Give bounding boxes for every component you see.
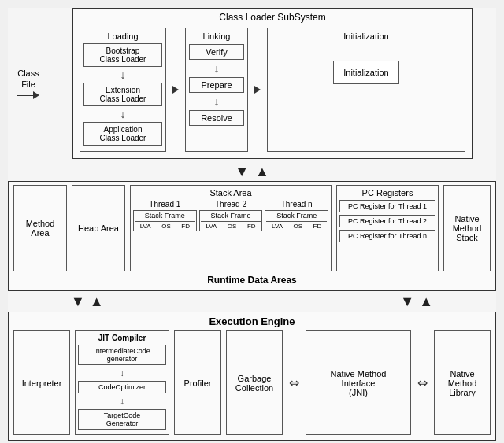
stack-area: Stack Area Thread 1 Stack Frame LVA OS F… [130, 185, 332, 271]
verify-box: Verify [189, 44, 244, 60]
method-area: Method Area [13, 185, 67, 271]
garbage-collection: Garbage Collection [226, 330, 283, 435]
arrow-gc-jni: ⇔ [287, 330, 301, 435]
arrow-down-2: ↓ [83, 109, 162, 120]
pc-reg-2: PC Register for Thread 2 [339, 215, 435, 227]
cls-linking: Linking Verify ↓ Prepare ↓ Resolve [185, 28, 248, 152]
diagram: Class File Class Loader SubSystem Loadin… [8, 8, 496, 441]
init-box: Initialization [333, 61, 398, 84]
thread-1: Thread 1 Stack Frame LVA OS FD [133, 200, 197, 231]
big-arrow-down-1: ▼ [235, 164, 249, 179]
extension-loader: Extension Class Loader [83, 83, 162, 106]
big-arrow-down-right: ▼ [400, 293, 414, 310]
jit-step-3: TargetCode Generator [78, 409, 166, 430]
arrow-to-linking [172, 28, 179, 152]
pc-reg-n: PC Register for Thread n [339, 230, 435, 242]
jit-step-1: IntermediateCode generator [78, 345, 166, 365]
ee-title: Execution Engine [13, 316, 491, 327]
big-arrow-down-left: ▼ [71, 293, 85, 310]
arrow-jni-nml: ⇔ [416, 330, 429, 435]
class-file-label: Class File [8, 68, 49, 100]
native-method-stack: Native Method Stack [443, 185, 491, 271]
heap-area: Heap Area [72, 185, 125, 271]
prepare-box: Prepare [189, 77, 244, 93]
application-loader: Application Class Loader [83, 122, 162, 146]
jit-compiler: JIT Compiler IntermediateCode generator … [75, 330, 169, 435]
interpreter: Interpreter [13, 330, 70, 435]
cls-loading: Loading Bootstrap Class Loader ↓ Extensi… [80, 28, 166, 152]
pc-registers: PC Registers PC Register for Thread 1 PC… [336, 185, 439, 271]
native-method-library: Native Method Library [434, 330, 491, 435]
runtime-data-areas: Method Area Heap Area Stack Area Thread … [8, 181, 496, 291]
stack-frame-2: Stack Frame LVA OS FD [199, 210, 263, 231]
stack-frame-1: Stack Frame LVA OS FD [133, 210, 197, 231]
bootstrap-loader: Bootstrap Class Loader [83, 43, 162, 67]
jni: Native Method Interface (JNI) [306, 330, 411, 435]
big-arrow-up-right: ▲ [419, 293, 433, 310]
arrows-cls-rda: ▼ ▲ [8, 162, 496, 181]
execution-engine: Execution Engine Interpreter JIT Compile… [8, 312, 496, 441]
class-loader-subsystem: Class Loader SubSystem Loading Bootstrap… [72, 8, 472, 159]
cls-title: Class Loader SubSystem [80, 12, 465, 23]
rda-title: Runtime Data Areas [13, 275, 491, 286]
jit-step-2: CodeOptimizer [78, 381, 166, 393]
pc-reg-1: PC Register for Thread 1 [339, 200, 435, 212]
big-arrow-up-1: ▲ [255, 164, 269, 179]
arrows-rda-ee: ▼ ▲ ▼ ▲ [8, 291, 496, 312]
big-arrow-up-left: ▲ [90, 293, 104, 310]
thread-list: Thread 1 Stack Frame LVA OS FD Thread [133, 200, 328, 231]
thread-2: Thread 2 Stack Frame LVA OS FD [199, 200, 263, 231]
resolve-box: Resolve [189, 110, 244, 126]
arrow-down-1: ↓ [83, 69, 162, 80]
arrow-to-init [254, 28, 261, 152]
cls-initialization: Initialization Initialization [267, 28, 465, 152]
thread-n: Thread n Stack Frame LVA OS FD [265, 200, 328, 231]
profiler: Profiler [174, 330, 221, 435]
stack-frame-n: Stack Frame LVA OS FD [265, 210, 328, 231]
